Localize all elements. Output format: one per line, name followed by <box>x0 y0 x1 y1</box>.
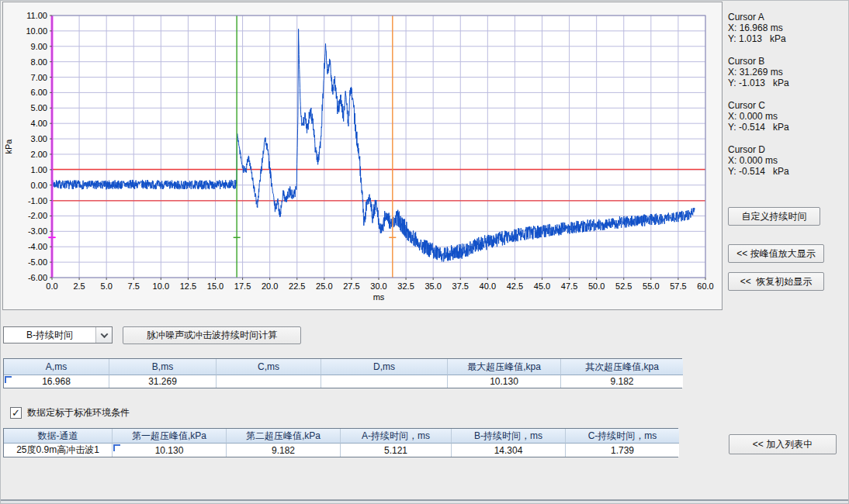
custom-duration-button[interactable]: 自定义持续时间 <box>728 207 820 226</box>
y-axis: -6.00-5.00-4.00-3.00-2.00-1.000.001.002.… <box>4 11 52 282</box>
svg-text:37.5: 37.5 <box>452 281 469 291</box>
table-cell[interactable]: 25度0.9m高冲击波1 <box>4 444 113 457</box>
svg-text:5.0: 5.0 <box>101 281 113 291</box>
add-to-list-button[interactable]: << 加入列表中 <box>729 434 837 454</box>
column-header: 第一超压峰值,kPa <box>113 429 227 444</box>
column-header: 其次超压峰值,kpa <box>561 359 683 375</box>
svg-text:45.0: 45.0 <box>534 281 550 291</box>
zoom-to-peak-button[interactable]: << 按峰值放大显示 <box>728 244 824 263</box>
cursor-x-value: X: 16.968 ms <box>728 22 844 33</box>
cursor-a-readout: Cursor A X: 16.968 ms Y: 1.013 kPa <box>728 12 844 44</box>
column-header: 第二超压峰值,kPa <box>227 429 341 444</box>
table-cell[interactable]: 10.130 <box>448 375 561 388</box>
svg-text:15.0: 15.0 <box>207 281 224 291</box>
svg-text:6.00: 6.00 <box>31 88 47 97</box>
cursor-label: Cursor B <box>728 56 844 67</box>
column-header: D,ms <box>321 359 448 375</box>
svg-text:10.00: 10.00 <box>26 26 47 36</box>
cursor-table-header-row: A,ms B,ms C,ms D,ms 最大超压峰值,kpa 其次超压峰值,kp… <box>4 359 681 375</box>
cursor-y-value: Y: -0.514 kPa <box>728 166 844 177</box>
svg-text:5.00: 5.00 <box>31 103 47 112</box>
table-cell[interactable] <box>321 375 448 388</box>
svg-text:40.0: 40.0 <box>480 281 496 291</box>
table-cell[interactable]: 14.304 <box>452 444 566 457</box>
standard-conditions-label: 数据定标于标准环境条件 <box>27 406 130 419</box>
svg-text:42.5: 42.5 <box>507 281 523 291</box>
table-cell[interactable]: 31.269 <box>109 375 217 388</box>
svg-text:-6.00: -6.00 <box>28 273 47 282</box>
table-cell[interactable]: 9.182 <box>561 375 683 388</box>
waveform-chart-panel: 0.02.55.07.510.012.515.017.520.022.525.0… <box>2 2 723 310</box>
svg-text:27.5: 27.5 <box>343 281 359 291</box>
cursor-x-value: X: 0.000 ms <box>728 155 844 166</box>
table-cell[interactable]: 5.121 <box>341 444 452 457</box>
table-cell[interactable]: 1.739 <box>566 444 679 457</box>
table-cell[interactable]: 9.182 <box>227 444 341 457</box>
svg-text:-3.00: -3.00 <box>28 226 47 236</box>
svg-text:-1.00: -1.00 <box>28 196 47 205</box>
svg-text:32.5: 32.5 <box>397 281 414 291</box>
svg-text:55.0: 55.0 <box>643 281 659 291</box>
svg-text:0.0: 0.0 <box>46 281 57 291</box>
standard-conditions-row: ✓ 数据定标于标准环境条件 <box>10 406 130 419</box>
column-header: C-持续时间，ms <box>566 429 679 444</box>
x-axis-label: ms <box>373 292 385 302</box>
y-axis-label: kPa <box>4 139 13 154</box>
cursor-label: Cursor C <box>728 100 844 111</box>
cursor-table: A,ms B,ms C,ms D,ms 最大超压峰值,kpa 其次超压峰值,kp… <box>3 358 682 388</box>
table-cell[interactable]: 16.968 <box>4 375 109 388</box>
svg-text:7.5: 7.5 <box>128 281 140 291</box>
table-cell[interactable]: 10.130 <box>113 444 227 457</box>
svg-text:9.00: 9.00 <box>31 42 47 51</box>
svg-text:4.00: 4.00 <box>31 119 47 128</box>
app-window: 0.02.55.07.510.012.515.017.520.022.525.0… <box>0 0 849 504</box>
svg-text:47.5: 47.5 <box>561 281 577 291</box>
svg-text:20.0: 20.0 <box>262 281 278 291</box>
svg-text:2.5: 2.5 <box>73 281 85 291</box>
column-header: A,ms <box>4 359 109 375</box>
svg-text:-2.00: -2.00 <box>28 211 47 220</box>
column-header: B,ms <box>109 359 217 375</box>
calc-duration-button[interactable]: 脉冲噪声或冲击波持续时间计算 <box>123 326 301 344</box>
column-header: 最大超压峰值,kpa <box>448 359 561 375</box>
column-header: A-持续时间，ms <box>341 429 452 444</box>
cursor-label: Cursor D <box>728 144 844 155</box>
cursor-y-value: Y: -1.013 kPa <box>728 78 844 88</box>
svg-text:1.00: 1.00 <box>31 165 47 174</box>
cursor-info-panel: Cursor A X: 16.968 ms Y: 1.013 kPa Curso… <box>728 12 844 188</box>
duration-type-value: B-持续时间 <box>4 327 95 343</box>
svg-text:57.5: 57.5 <box>670 281 686 291</box>
result-table-header-row: 数据-通道 第一超压峰值,kPa 第二超压峰值,kPa A-持续时间，ms B-… <box>4 429 677 444</box>
waveform-chart[interactable]: 0.02.55.07.510.012.515.017.520.022.525.0… <box>3 2 722 309</box>
cursor-b-readout: Cursor B X: 31.269 ms Y: -1.013 kPa <box>728 56 844 88</box>
svg-text:7.00: 7.00 <box>31 73 47 82</box>
svg-text:35.0: 35.0 <box>424 281 441 291</box>
cursor-x-value: X: 0.000 ms <box>728 111 844 122</box>
column-header: B-持续时间，ms <box>452 429 566 444</box>
svg-text:0.00: 0.00 <box>31 181 47 190</box>
restore-initial-view-button[interactable]: << 恢复初始显示 <box>728 272 824 291</box>
svg-text:50.0: 50.0 <box>588 281 605 291</box>
duration-type-select[interactable]: B-持续时间 <box>3 326 113 343</box>
cursor-d-readout: Cursor D X: 0.000 ms Y: -0.514 kPa <box>728 144 844 177</box>
standard-conditions-checkbox[interactable]: ✓ <box>10 407 22 419</box>
table-cell[interactable] <box>217 375 321 388</box>
result-table: 数据-通道 第一超压峰值,kPa 第二超压峰值,kPa A-持续时间，ms B-… <box>3 428 678 457</box>
cursor-table-data-row: 16.968 31.269 10.130 9.182 <box>4 375 681 388</box>
svg-text:2.00: 2.00 <box>31 150 47 159</box>
cursor-label: Cursor A <box>728 12 844 22</box>
cursor-x-value: X: 31.269 ms <box>728 67 844 78</box>
svg-text:-4.00: -4.00 <box>28 242 47 251</box>
cursor-y-value: Y: -0.514 kPa <box>728 122 844 133</box>
svg-text:17.5: 17.5 <box>234 281 251 291</box>
svg-text:25.0: 25.0 <box>316 281 332 291</box>
svg-text:10.0: 10.0 <box>153 281 169 291</box>
result-table-data-row: 25度0.9m高冲击波1 10.130 9.182 5.121 14.304 1… <box>4 444 677 457</box>
chevron-down-icon[interactable] <box>95 327 112 343</box>
svg-text:-5.00: -5.00 <box>28 257 47 267</box>
cursor-c-readout: Cursor C X: 0.000 ms Y: -0.514 kPa <box>728 100 844 133</box>
checkmark-icon: ✓ <box>12 408 20 418</box>
svg-text:11.00: 11.00 <box>26 11 47 20</box>
svg-text:52.5: 52.5 <box>615 281 632 291</box>
x-axis: 0.02.55.07.510.012.515.017.520.022.525.0… <box>46 278 713 302</box>
